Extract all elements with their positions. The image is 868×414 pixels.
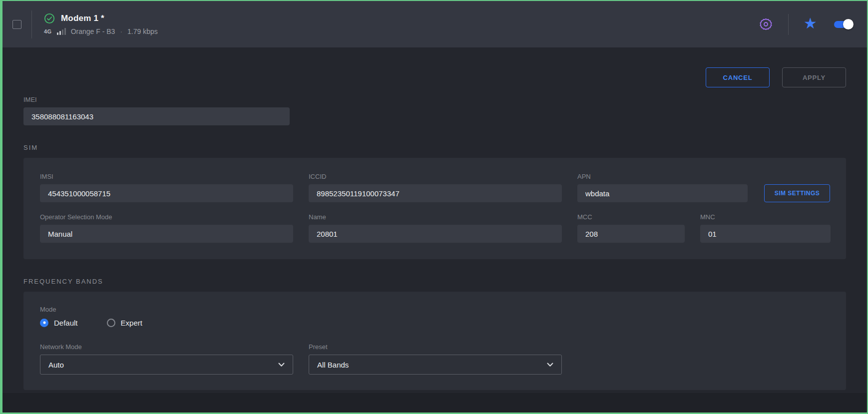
operator-selection-mode-field-group: Operator Selection Mode	[40, 213, 293, 243]
mnc-input[interactable]	[700, 225, 831, 243]
frequency-bands-section-title: FREQUENCY BANDS	[23, 278, 846, 285]
apply-button[interactable]: APPLY	[782, 67, 846, 87]
sim-panel: IMSI ICCID APN SIM SETTINGS Operator Sel…	[23, 158, 846, 259]
cancel-button[interactable]: CANCEL	[706, 67, 770, 87]
toggle-knob	[843, 19, 854, 29]
iccid-input[interactable]	[309, 184, 562, 202]
form-actions: CANCEL APPLY	[23, 67, 846, 87]
header-divider-2	[788, 14, 789, 35]
preset-label: Preset	[309, 343, 562, 351]
header-actions: ★	[758, 14, 852, 35]
network-mode-select[interactable]: Auto	[40, 355, 293, 375]
sim-section-title: SIM	[23, 144, 846, 151]
modem-status-block: Modem 1 * 4G Orange F - B3 · 1.79 kbps	[44, 13, 158, 35]
preset-field-group: Preset All Bands	[309, 343, 562, 375]
mode-label: Mode	[40, 306, 832, 313]
select-modem-checkbox[interactable]	[12, 20, 21, 29]
name-label: Name	[309, 213, 562, 221]
network-mode-field-group: Network Mode Auto	[40, 343, 293, 375]
preset-select[interactable]: All Bands	[309, 355, 562, 375]
operator-selection-mode-input[interactable]	[40, 225, 293, 243]
network-mode-value: Auto	[48, 361, 64, 369]
apn-input[interactable]	[577, 184, 748, 202]
modem-enabled-toggle[interactable]	[834, 21, 852, 28]
mode-radio-default[interactable]: Default	[40, 319, 78, 327]
signal-strength-icon	[57, 28, 66, 35]
radio-expert-label: Expert	[121, 319, 142, 327]
iccid-label: ICCID	[309, 173, 562, 180]
operator-label: Orange F - B3	[71, 27, 115, 35]
radio-expert-dot	[107, 319, 115, 327]
chevron-down-icon	[278, 363, 285, 367]
imei-input[interactable]	[23, 107, 290, 125]
mnc-field-group: MNC	[700, 213, 831, 243]
frequency-bands-panel: Mode Default Expert Network Mode Auto	[23, 292, 846, 390]
network-mode-label: Network Mode	[40, 343, 293, 351]
modem-card: Modem 1 * 4G Orange F - B3 · 1.79 kbps	[0, 0, 868, 414]
mode-radio-group: Default Expert	[40, 317, 832, 328]
preset-value: All Bands	[317, 361, 349, 369]
status-ok-icon	[44, 13, 55, 24]
imsi-input[interactable]	[40, 184, 293, 202]
header-bar: Modem 1 * 4G Orange F - B3 · 1.79 kbps	[2, 1, 867, 47]
modem-title: Modem 1 *	[61, 13, 104, 23]
imsi-label: IMSI	[40, 173, 293, 180]
mnc-label: MNC	[700, 213, 831, 221]
apn-field-group: APN	[577, 173, 748, 202]
network-type-label: 4G	[44, 28, 52, 34]
apn-label: APN	[577, 173, 748, 180]
bottom-spacer	[2, 393, 867, 413]
dot-separator: ·	[120, 27, 122, 35]
imei-label: IMEI	[23, 96, 290, 103]
chevron-down-icon	[547, 363, 553, 367]
favorite-star-icon[interactable]: ★	[804, 17, 817, 32]
mode-radio-expert[interactable]: Expert	[107, 319, 142, 327]
imei-field-group: IMEI	[23, 96, 290, 125]
mcc-label: MCC	[577, 213, 685, 221]
name-input[interactable]	[309, 225, 562, 243]
throughput-label: 1.79 kbps	[127, 27, 158, 35]
header-divider	[31, 10, 32, 38]
operator-selection-mode-label: Operator Selection Mode	[40, 213, 293, 221]
sim-settings-button[interactable]: SIM SETTINGS	[764, 184, 830, 202]
radio-default-dot	[40, 319, 48, 327]
mcc-field-group: MCC	[577, 213, 685, 243]
imsi-field-group: IMSI	[40, 173, 293, 202]
iccid-field-group: ICCID	[309, 173, 562, 202]
mcc-input[interactable]	[577, 225, 685, 243]
modem-settings-form: CANCEL APPLY IMEI SIM IMSI ICCID APN	[2, 47, 867, 393]
settings-gear-icon[interactable]	[758, 17, 773, 32]
name-field-group: Name	[309, 213, 562, 243]
radio-default-label: Default	[54, 319, 78, 327]
